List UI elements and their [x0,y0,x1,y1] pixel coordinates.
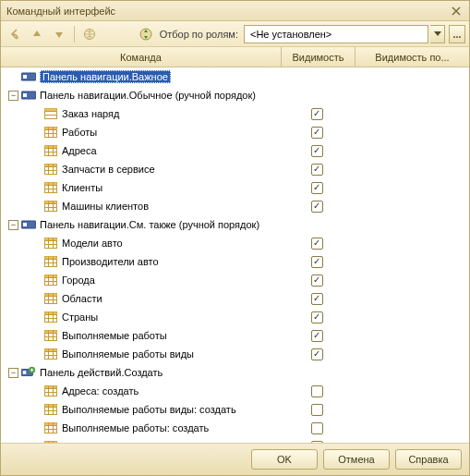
row-label: Работы [62,127,97,138]
grid-icon [43,255,58,268]
refresh-button[interactable] [136,24,156,44]
visibility-checkbox[interactable] [311,330,323,342]
grid-icon [43,348,58,360]
header-command[interactable]: Команда [1,47,282,67]
tree-item[interactable]: Страны [1,308,469,326]
tree-item[interactable]: Области [1,289,469,308]
visibility-checkbox[interactable] [311,348,323,360]
back-button[interactable] [5,24,25,44]
tree-item[interactable]: Выполняемые работы виды [1,345,469,363]
toolbar: Отбор по ролям: ... [1,21,469,47]
tree-item[interactable]: Выполняемые работы виды: создать [1,400,469,419]
visibility-checkbox[interactable] [311,108,323,120]
row-label: Заказ наряд [62,108,119,119]
grid-icon [43,403,58,416]
grid-icon [43,384,58,397]
close-icon[interactable] [449,4,464,18]
grid-icon [43,126,58,139]
row-label: Выполняемые работы [62,330,167,341]
row-label: Машины клиентов [62,201,149,212]
tree-item[interactable]: Выполняемые работы: создать [1,419,469,437]
row-label: Выполняемые работы виды: создать [62,404,236,415]
row-label: Выполняемые работы: создать [62,422,209,433]
tree-item[interactable]: Города [1,271,469,289]
grid-icon [43,163,58,176]
visibility-checkbox[interactable] [311,275,323,287]
panel-icon [21,89,36,102]
role-filter-input[interactable] [248,28,424,41]
tree-item[interactable]: Производители авто [1,252,469,271]
tree-item[interactable]: Модели авто [1,234,469,252]
down-button[interactable] [49,24,69,44]
more-button[interactable]: ... [449,25,465,43]
row-label: Панель действий.Создать [40,367,163,378]
panel-icon [21,218,36,231]
header-visibility[interactable]: Видимость [282,47,356,67]
ok-button[interactable]: OK [251,449,318,470]
grid-icon [43,421,58,434]
header-visibility-by[interactable]: Видимость по... [356,47,469,67]
grid-icon [43,237,58,250]
expand-toggle[interactable]: − [8,220,18,230]
row-label: Панель навигации.Обычное (ручной порядок… [40,90,256,101]
tree-item[interactable]: Адреса: создать [1,382,469,400]
row-label: Выполняемые работы виды [62,348,194,360]
visibility-checkbox[interactable] [311,293,323,305]
tree-item[interactable]: Работы [1,123,469,141]
help-button[interactable]: Справка [395,449,462,470]
tree-item[interactable]: Запчасти в сервисе [1,160,469,178]
svg-rect-35 [23,371,27,374]
visibility-checkbox[interactable] [311,256,323,268]
grid-icon [43,292,58,305]
row-label: Области [62,293,102,304]
visibility-checkbox[interactable] [311,385,323,397]
visibility-checkbox[interactable] [311,311,323,323]
dropdown-button[interactable] [430,25,445,43]
tree-group[interactable]: −Панель навигации.См. также (ручной поря… [1,215,469,234]
window-title: Командный интерфейс [6,6,449,17]
visibility-checkbox[interactable] [311,422,323,434]
visibility-checkbox[interactable] [311,127,323,139]
svg-rect-3 [23,75,27,79]
tree-item[interactable]: Машины клиентов [1,197,469,215]
titlebar: Командный интерфейс [1,1,469,21]
tree-item[interactable]: Заказ наряд [1,104,469,123]
row-label: Модели авто [62,238,123,249]
tree-group[interactable]: −Панель действий.Создать [1,363,469,382]
panel-add-icon [21,366,36,379]
tree-item[interactable]: Выполняемые работы [1,326,469,345]
tree-body[interactable]: Панель навигации.Важное−Панель навигации… [1,67,469,444]
expand-toggle[interactable]: − [8,368,18,378]
window: Командный интерфейс Отбор по ролям: ... [0,0,470,476]
grid-icon [43,144,58,157]
grid-icon [43,200,58,213]
row-label: Панель навигации.См. также (ручной поряд… [40,219,259,230]
row-label: Производители авто [62,256,159,267]
role-filter-select[interactable] [244,25,428,43]
expand-toggle[interactable]: − [8,91,18,101]
panel-icon [21,70,36,83]
visibility-checkbox[interactable] [311,238,323,250]
visibility-checkbox[interactable] [311,164,323,176]
visibility-checkbox[interactable] [311,201,323,213]
tree-item[interactable]: Адреса [1,141,469,160]
visibility-checkbox[interactable] [311,145,323,157]
visibility-checkbox[interactable] [311,182,323,194]
up-button[interactable] [27,24,47,44]
separator [74,26,75,43]
column-headers: Команда Видимость Видимость по... [1,47,469,67]
cancel-button[interactable]: Отмена [323,449,390,470]
grid-icon [43,329,58,342]
globe-button[interactable] [79,24,100,44]
tree-group[interactable]: Панель навигации.Важное [1,67,469,86]
tree-group[interactable]: −Панель навигации.Обычное (ручной порядо… [1,86,469,104]
row-label: Страны [62,311,98,323]
row-label: Города [62,275,95,286]
footer: OK Отмена Справка [1,444,469,475]
grid-icon [43,311,58,323]
visibility-checkbox[interactable] [311,404,323,416]
row-label: Адреса [62,145,97,156]
tree-item[interactable]: Города: создать [1,437,469,444]
row-label: Запчасти в сервисе [62,164,155,175]
tree-item[interactable]: Клиенты [1,178,469,197]
